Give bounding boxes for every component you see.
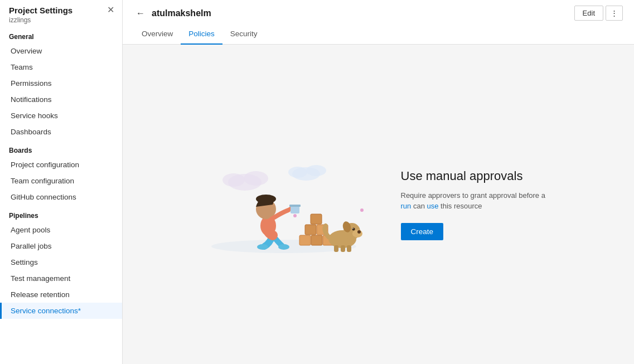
svg-point-1 <box>244 171 268 186</box>
svg-point-23 <box>352 230 362 237</box>
sidebar-item-service-hooks[interactable]: Service hooks <box>0 108 122 124</box>
main-header: ← atulmakshelm Edit ⋮ OverviewPoliciesSe… <box>123 0 634 45</box>
sidebar-item-github-connections[interactable]: GitHub connections <box>0 189 122 205</box>
sidebar: ✕ Project Settings izzlings GeneralOverv… <box>0 0 123 364</box>
more-options-button[interactable]: ⋮ <box>606 6 623 21</box>
sidebar-item-overview[interactable]: Overview <box>0 43 122 59</box>
svg-rect-27 <box>334 245 338 252</box>
breadcrumb-row: ← atulmakshelm Edit ⋮ <box>134 6 623 25</box>
svg-rect-15 <box>311 235 322 245</box>
desc-part2: can <box>411 202 427 210</box>
desc-use: use <box>427 202 438 210</box>
svg-point-7 <box>257 244 268 250</box>
sidebar-item-dashboards[interactable]: Dashboards <box>0 124 122 140</box>
header-actions: Edit ⋮ <box>574 6 623 21</box>
sidebar-item-notifications[interactable]: Notifications <box>0 91 122 108</box>
sidebar-item-settings[interactable]: Settings <box>0 254 122 270</box>
content-area: Use manual approvals Require approvers t… <box>123 45 634 364</box>
desc-part1: Require approvers to grant approval befo… <box>401 191 545 200</box>
svg-rect-28 <box>341 245 345 252</box>
main-content: ← atulmakshelm Edit ⋮ OverviewPoliciesSe… <box>123 0 634 364</box>
svg-point-5 <box>288 167 307 178</box>
svg-point-24 <box>357 230 361 234</box>
tab-policies[interactable]: Policies <box>181 25 222 45</box>
create-button[interactable]: Create <box>401 223 444 240</box>
svg-point-2 <box>222 173 245 187</box>
svg-rect-12 <box>291 206 299 213</box>
illustration <box>200 143 367 266</box>
sidebar-item-parallel-jobs[interactable]: Parallel jobs <box>0 238 122 254</box>
edit-button[interactable]: Edit <box>574 6 603 21</box>
empty-state-title: Use manual approvals <box>401 169 557 183</box>
sidebar-item-release-retention[interactable]: Release retention <box>0 287 122 303</box>
svg-rect-13 <box>289 205 301 207</box>
empty-state: Use manual approvals Require approvers t… <box>200 143 557 266</box>
sidebar-item-service-connections[interactable]: Service connections* <box>0 303 122 319</box>
desc-part3: this resource <box>438 202 482 210</box>
sidebar-item-project-configuration[interactable]: Project configuration <box>0 157 122 173</box>
desc-run: run <box>401 202 412 210</box>
repo-name: atulmakshelm <box>152 8 211 18</box>
sidebar-header: ✕ Project Settings izzlings <box>0 0 122 26</box>
svg-point-25 <box>352 227 355 230</box>
svg-rect-17 <box>305 225 316 235</box>
svg-point-26 <box>352 228 354 229</box>
svg-rect-19 <box>311 214 322 224</box>
empty-state-text-block: Use manual approvals Require approvers t… <box>401 169 557 240</box>
sidebar-close-button[interactable]: ✕ <box>104 3 118 16</box>
svg-point-31 <box>360 208 364 212</box>
svg-point-8 <box>278 244 289 250</box>
sidebar-item-permissions[interactable]: Permissions <box>0 75 122 91</box>
sidebar-title: Project Settings <box>9 6 113 15</box>
breadcrumb-left: ← atulmakshelm <box>134 7 211 20</box>
svg-point-11 <box>256 195 276 203</box>
sidebar-section-label-boards: Boards <box>0 140 122 157</box>
tabs-row: OverviewPoliciesSecurity <box>134 25 623 44</box>
svg-point-4 <box>306 165 326 176</box>
sidebar-subtitle: izzlings <box>9 16 113 24</box>
sidebar-section-label-pipelines: Pipelines <box>0 205 122 222</box>
svg-point-30 <box>293 214 297 217</box>
tab-security[interactable]: Security <box>222 25 265 45</box>
sidebar-item-teams[interactable]: Teams <box>0 59 122 75</box>
sidebar-item-team-configuration[interactable]: Team configuration <box>0 173 122 189</box>
tab-overview[interactable]: Overview <box>134 25 181 45</box>
sidebar-section-label-general: General <box>0 26 122 43</box>
sidebar-item-agent-pools[interactable]: Agent pools <box>0 222 122 238</box>
svg-rect-29 <box>347 245 351 252</box>
empty-state-description: Require approvers to grant approval befo… <box>401 190 557 212</box>
sidebar-item-test-management[interactable]: Test management <box>0 270 122 287</box>
sidebar-nav: GeneralOverviewTeamsPermissionsNotificat… <box>0 26 122 319</box>
svg-rect-14 <box>299 235 311 245</box>
back-button[interactable]: ← <box>134 7 147 20</box>
